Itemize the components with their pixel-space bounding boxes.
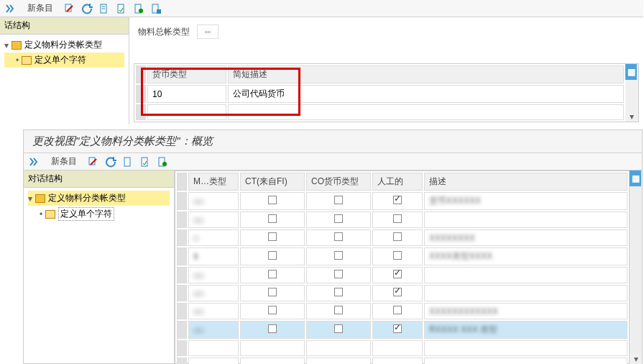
window-title: 更改视图"定义物料分类帐类型"：概览 (24, 130, 642, 153)
configure-columns-icon[interactable]: ▦ (630, 170, 641, 186)
checkbox[interactable] (334, 196, 343, 204)
svg-point-15 (162, 162, 167, 166)
copy-delete-icon[interactable] (87, 155, 100, 168)
config-icon[interactable] (28, 155, 41, 168)
tree-root-bottom[interactable]: ▾ 定义物料分类帐类型 (28, 191, 170, 206)
checkbox[interactable] (334, 288, 343, 296)
tree-header-bottom: 对话结构 (24, 170, 174, 188)
col-co-curr[interactable]: CO货币类型 (306, 173, 371, 191)
field-label: 物料总帐类型 (138, 26, 190, 38)
field-value: -- (197, 24, 218, 39)
table-row[interactable]: □□ (177, 267, 627, 283)
tree-panel-bottom: 对话结构 ▾ 定义物料分类帐类型 • 定义单个字符 (24, 170, 175, 364)
new-entry-button[interactable]: 新条目 (27, 2, 53, 14)
table-row[interactable]: □□XXXXXXXXXXXX (177, 303, 627, 319)
tree-root-top[interactable]: ▾ 定义物料分类帐类型 (4, 37, 124, 53)
doc-icon-1[interactable] (121, 155, 134, 168)
table-row[interactable] (177, 358, 627, 364)
checkbox[interactable] (393, 306, 402, 314)
toolbar-top: 新条目 (0, 0, 643, 17)
tree-child-bottom[interactable]: • 定义单个字符 (28, 206, 170, 222)
table-row[interactable] (177, 340, 627, 356)
checkbox[interactable] (268, 270, 277, 278)
svg-line-1 (67, 6, 73, 12)
checkbox[interactable] (334, 306, 343, 314)
svg-rect-12 (124, 158, 130, 166)
col-currency-type[interactable]: 货币类型 (147, 65, 226, 83)
doc-icon-3[interactable] (132, 2, 145, 15)
table-row[interactable]: □□RXXXX XXX 类型 (177, 321, 627, 339)
scroll-down-icon[interactable]: ▾ (630, 354, 642, 364)
col-ct-fi[interactable]: CT(来自FI) (240, 173, 305, 191)
doc-icon-4[interactable] (150, 2, 162, 15)
tree-panel-top: 话结构 ▾ 定义物料分类帐类型 • 定义单个字符 (0, 17, 129, 124)
checkbox[interactable] (393, 324, 402, 333)
undo-icon[interactable] (80, 2, 93, 15)
table-row[interactable]: □□ (177, 285, 627, 301)
doc-icon-1[interactable] (98, 2, 111, 15)
svg-rect-9 (157, 9, 161, 14)
table-row[interactable]: □□ (177, 211, 627, 228)
checkbox[interactable] (268, 232, 277, 241)
checkbox[interactable] (393, 251, 402, 260)
table-row[interactable]: 9XXXX类型XXXX (177, 247, 627, 265)
scroll-down-icon[interactable]: ▾ (625, 112, 638, 122)
col-desc[interactable]: 描述 (424, 173, 627, 191)
checkbox[interactable] (393, 214, 402, 223)
tree-child-top[interactable]: • 定义单个字符 (4, 53, 124, 68)
table-row[interactable]: □□货币XXXXXX (177, 192, 627, 210)
checkbox[interactable] (393, 270, 402, 278)
table-row[interactable] (136, 104, 624, 120)
doc-icon-2[interactable] (139, 155, 152, 168)
checkbox[interactable] (334, 270, 343, 278)
table-row[interactable]: 10 公司代码货币 (136, 85, 624, 103)
undo-icon[interactable] (104, 155, 117, 168)
col-short-desc[interactable]: 简短描述 (228, 65, 624, 83)
checkbox[interactable] (393, 196, 402, 204)
checkbox[interactable] (334, 324, 343, 333)
checkbox[interactable] (268, 306, 277, 314)
svg-line-11 (91, 159, 96, 165)
checkbox[interactable] (268, 288, 277, 296)
checkbox[interactable] (268, 251, 277, 260)
config-icon[interactable] (4, 2, 17, 15)
svg-point-7 (139, 9, 143, 13)
ml-type-table: M…类型 CT(来自FI) CO货币类型 人工的 描述 □□货币XXXXXX□□… (175, 170, 629, 364)
checkbox[interactable] (268, 196, 277, 204)
currency-table: 货币类型 简短描述 10 公司代码货币 (134, 64, 625, 122)
checkbox[interactable] (268, 214, 277, 223)
checkbox[interactable] (334, 251, 343, 260)
doc-icon-3[interactable] (156, 155, 169, 168)
copy-delete-icon[interactable] (63, 2, 76, 15)
checkbox[interactable] (334, 232, 343, 241)
doc-icon-2[interactable] (115, 2, 128, 15)
checkbox[interactable] (268, 324, 277, 333)
table-row[interactable]: □XXXXXXXX (177, 229, 627, 246)
tree-header-top: 话结构 (0, 17, 129, 35)
col-ml-type[interactable]: M…类型 (188, 173, 239, 191)
checkbox[interactable] (393, 288, 402, 296)
configure-columns-icon[interactable]: ▦ (625, 64, 637, 80)
checkbox[interactable] (334, 214, 343, 223)
col-manual[interactable]: 人工的 (372, 173, 423, 191)
new-entry-button[interactable]: 新条目 (51, 155, 77, 168)
checkbox[interactable] (393, 232, 402, 241)
toolbar-bottom: 新条目 (24, 153, 642, 170)
